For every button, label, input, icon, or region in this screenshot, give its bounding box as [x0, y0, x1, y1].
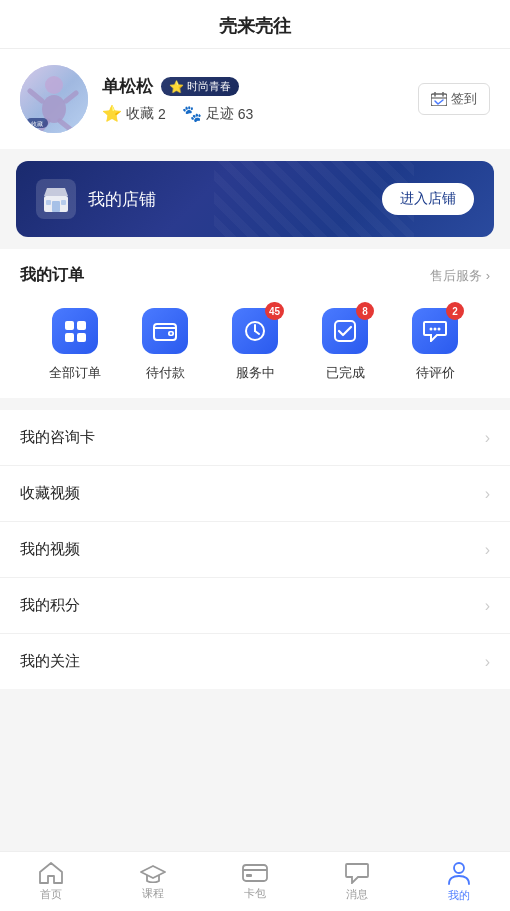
enter-store-label: 进入店铺 [400, 190, 456, 206]
after-sale-link[interactable]: 售后服务 › [430, 267, 490, 285]
svg-point-24 [430, 328, 433, 331]
star-icon: ⭐ [102, 104, 122, 123]
nav-label-learn: 课程 [142, 886, 164, 901]
wallet-icon [153, 321, 177, 341]
stats-row: ⭐ 收藏 2 🐾 足迹 63 [102, 104, 253, 123]
chevron-icon: › [485, 429, 490, 447]
order-label-completed: 已完成 [326, 364, 365, 382]
orders-title: 我的订单 [20, 265, 84, 286]
store-left: 我的店铺 [36, 179, 156, 219]
footprint-label: 足迹 [206, 105, 234, 123]
menu-item-label-my-videos: 我的视频 [20, 540, 80, 559]
grid-cell [77, 321, 86, 330]
nav-item-home[interactable]: 首页 [0, 852, 102, 911]
nav-label-profile: 我的 [448, 888, 470, 903]
menu-item-label-consult-card: 我的咨询卡 [20, 428, 95, 447]
menu-item-my-points[interactable]: 我的积分 › [0, 578, 510, 634]
svg-point-25 [434, 328, 437, 331]
order-item-completed[interactable]: 8 已完成 [310, 306, 380, 382]
store-icon [36, 179, 76, 219]
order-icon-bg-all [52, 308, 98, 354]
enter-store-button[interactable]: 进入店铺 [382, 183, 474, 215]
order-label-all: 全部订单 [49, 364, 101, 382]
after-sale-chevron: › [486, 268, 490, 283]
favorites-stat: ⭐ 收藏 2 [102, 104, 166, 123]
nav-item-profile[interactable]: 我的 [408, 852, 510, 911]
nav-label-card: 卡包 [244, 886, 266, 901]
calendar-icon [431, 92, 447, 106]
username: 单松松 [102, 75, 153, 98]
menu-item-label-favorite-videos: 收藏视频 [20, 484, 80, 503]
nav-label-home: 首页 [40, 887, 62, 902]
svg-point-26 [438, 328, 441, 331]
favorites-count: 2 [158, 106, 166, 122]
order-label-pending-pay: 待付款 [146, 364, 185, 382]
chat-bubble-icon [423, 320, 447, 342]
order-label-in-service: 服务中 [236, 364, 275, 382]
checkin-label: 签到 [451, 90, 477, 108]
shop-icon [42, 186, 70, 212]
order-item-pending-pay[interactable]: 待付款 [130, 306, 200, 382]
nav-item-card[interactable]: 卡包 [204, 852, 306, 911]
profile-section: 收藏 单松松 ⭐ 时尚青春 ⭐ 收藏 2 🐾 足迹 [0, 49, 510, 149]
menu-item-label-my-points: 我的积分 [20, 596, 80, 615]
order-icon-wrap-all [50, 306, 100, 356]
svg-line-22 [255, 331, 259, 334]
avatar-inner: 收藏 [20, 65, 88, 133]
bottom-spacer [0, 689, 510, 759]
svg-rect-27 [243, 865, 267, 881]
badge-text: 时尚青春 [187, 79, 231, 94]
clock-icon [243, 319, 267, 343]
grid-icon [65, 321, 86, 342]
nav-label-message: 消息 [346, 887, 368, 902]
svg-rect-15 [46, 200, 51, 205]
chevron-icon: › [485, 541, 490, 559]
svg-rect-16 [61, 200, 66, 205]
badge-count-in-service: 45 [265, 302, 284, 320]
message-nav-icon [345, 862, 369, 884]
profile-info: 单松松 ⭐ 时尚青春 ⭐ 收藏 2 🐾 足迹 63 [102, 75, 253, 123]
orders-header: 我的订单 售后服务 › [20, 265, 490, 286]
menu-item-consult-card[interactable]: 我的咨询卡 › [0, 410, 510, 466]
badge-count-completed: 8 [356, 302, 374, 320]
badge-count-review: 2 [446, 302, 464, 320]
order-icon-wrap-review: 2 [410, 306, 460, 356]
person-nav-icon [448, 861, 470, 885]
menu-item-my-videos[interactable]: 我的视频 › [0, 522, 510, 578]
menu-list: 我的咨询卡 › 收藏视频 › 我的视频 › 我的积分 › 我的关注 › [0, 410, 510, 689]
chevron-icon: › [485, 597, 490, 615]
svg-point-19 [170, 332, 172, 334]
nav-item-message[interactable]: 消息 [306, 852, 408, 911]
chevron-icon: › [485, 653, 490, 671]
order-icon-wrap-completed: 8 [320, 306, 370, 356]
grid-cell [65, 333, 74, 342]
home-nav-icon [39, 862, 63, 884]
menu-item-my-follows[interactable]: 我的关注 › [0, 634, 510, 689]
order-icon-wrap-in-service: 45 [230, 306, 280, 356]
profile-left: 收藏 单松松 ⭐ 时尚青春 ⭐ 收藏 2 🐾 足迹 [20, 65, 253, 133]
svg-text:收藏: 收藏 [31, 121, 43, 127]
after-sale-label: 售后服务 [430, 267, 482, 285]
name-row: 单松松 ⭐ 时尚青春 [102, 75, 253, 98]
card-nav-icon [242, 863, 268, 883]
order-item-all[interactable]: 全部订单 [40, 306, 110, 382]
chevron-icon: › [485, 485, 490, 503]
store-label: 我的店铺 [88, 188, 156, 211]
menu-item-favorite-videos[interactable]: 收藏视频 › [0, 466, 510, 522]
badge-star-icon: ⭐ [169, 80, 184, 94]
page-header: 壳来壳往 [0, 0, 510, 49]
order-icon-bg-pending-pay [142, 308, 188, 354]
svg-rect-14 [52, 201, 60, 212]
avatar[interactable]: 收藏 [20, 65, 88, 133]
checkin-button[interactable]: 签到 [418, 83, 490, 115]
grid-cell [77, 333, 86, 342]
svg-rect-29 [246, 874, 252, 877]
nav-item-learn[interactable]: 课程 [102, 852, 204, 911]
footprint-count: 63 [238, 106, 254, 122]
bottom-nav: 首页 课程 卡包 消息 我的 [0, 851, 510, 911]
paw-icon: 🐾 [182, 104, 202, 123]
check-icon [333, 319, 357, 343]
order-item-review[interactable]: 2 待评价 [400, 306, 470, 382]
order-item-in-service[interactable]: 45 服务中 [220, 306, 290, 382]
order-label-review: 待评价 [416, 364, 455, 382]
